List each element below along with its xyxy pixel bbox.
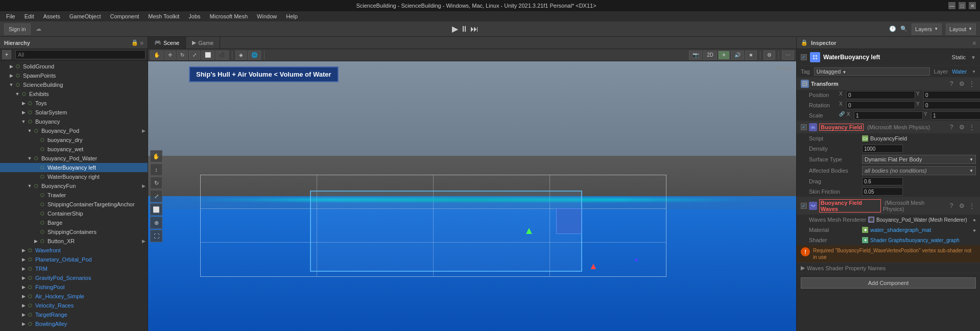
tree-item-waterbuoyancy-right[interactable]: ⬡ WaterBuoyancy right — [0, 172, 148, 181]
close-button[interactable]: ✕ — [969, 2, 976, 9]
menu-assets[interactable]: Assets — [39, 11, 64, 21]
transform-question-btn[interactable]: ? — [947, 80, 955, 88]
tab-game[interactable]: ▶ Game — [186, 37, 220, 49]
tree-item-button-xr[interactable]: ▶ ⬡ Button_XR ▶ — [0, 237, 148, 246]
scene-camera-btn[interactable]: 📷 — [689, 51, 702, 60]
scene-rect-tool[interactable]: ⬜ — [201, 51, 214, 60]
hierarchy-add-button[interactable]: + — [2, 50, 11, 59]
scene-audio-btn[interactable]: 🔊 — [731, 51, 744, 60]
sign-in-button[interactable]: Sign in — [4, 23, 31, 35]
scene-pivot-btn[interactable]: ◈ — [235, 51, 247, 60]
menu-mesh-toolkit[interactable]: Mesh Toolkit — [144, 11, 183, 21]
tree-item-buoyancy[interactable]: ▼ ⬡ Buoyancy — [0, 117, 148, 126]
tree-item-airhockey[interactable]: ▶ ⬡ Air_Hockey_Simple — [0, 292, 148, 301]
tree-item-shippingcontainers[interactable]: ⬡ ShippingContainers — [0, 227, 148, 237]
tree-item-buoyancydry[interactable]: ⬡ buoyancy_dry — [0, 135, 148, 145]
tree-item-wavefront[interactable]: ▶ ⬡ Wavefront — [0, 246, 148, 255]
gizmo-custom[interactable]: ⛶ — [150, 230, 162, 242]
tree-item-containership[interactable]: ⬡ ContainerShip — [0, 209, 148, 218]
gizmo-combine[interactable]: ⊕ — [150, 217, 162, 229]
scene-light-btn[interactable]: ☀ — [718, 51, 730, 60]
layout-dropdown[interactable]: Layout ▼ — [946, 23, 976, 35]
menu-jobs[interactable]: Jobs — [184, 11, 204, 21]
position-y[interactable] — [923, 91, 980, 99]
transform-menu-btn[interactable]: ⋮ — [968, 80, 976, 88]
tree-item-planetary[interactable]: ▶ ⬡ Planetary_Orbital_Pod — [0, 255, 148, 264]
tag-dropdown[interactable]: Untagged ▼ — [814, 67, 930, 76]
gizmo-rotate[interactable]: ↻ — [150, 177, 162, 189]
menu-window[interactable]: Window — [253, 11, 281, 21]
tree-item-buoyancywet[interactable]: ⬡ buoyancy_wet — [0, 145, 148, 154]
rotation-y[interactable] — [923, 101, 980, 109]
buoyancy-question-btn[interactable]: ? — [947, 123, 955, 131]
buoyancy-waves-header[interactable]: ✓ Buoyancy Field Waves (Microsoft Mesh P… — [797, 197, 980, 215]
scene-gizmos-btn[interactable]: ⚙ — [763, 51, 775, 60]
buoyancy-field-header[interactable]: ✓ Buoyancy Field (Microsoft Mesh Physics… — [797, 121, 980, 133]
waves-menu-btn[interactable]: ⋮ — [968, 202, 976, 210]
tree-item-targetrange[interactable]: ▶ ⬡ TargetRange — [0, 310, 148, 319]
menu-microsoft-mesh[interactable]: Microsoft Mesh — [206, 11, 252, 21]
gizmo-scale[interactable]: ⤢ — [150, 190, 162, 202]
tree-item-gravitypod[interactable]: ▶ ⬡ GravityPod_Scenarios — [0, 273, 148, 282]
menu-gameobject[interactable]: GameObject — [65, 11, 105, 21]
scene-move-tool[interactable]: ✛ — [164, 51, 176, 60]
tree-item-velocity[interactable]: ▶ ⬡ Velocity_Races — [0, 301, 148, 310]
waves-active-checkbox[interactable]: ✓ — [801, 203, 807, 209]
tree-item-shippingcontainer-anchor[interactable]: ⬡ ShippingContainerTargetingAnchor — [0, 200, 148, 209]
tree-item-bowling[interactable]: ▶ ⬡ BowlingAlley — [0, 319, 148, 328]
tree-item-spawnpoints[interactable]: ▶ ⬡ SpawnPoints — [0, 71, 148, 80]
scene-2d-btn[interactable]: 2D — [703, 51, 717, 60]
tree-item-buoyancyfun[interactable]: ▼ ⬡ BuoyancyFun ▶ — [0, 181, 148, 191]
scene-viewport[interactable]: Ship's Hull + Air Volume < Volume of Wat… — [148, 61, 796, 331]
tab-scene[interactable]: 🎮 Scene — [148, 37, 186, 49]
step-button[interactable]: ⏭ — [470, 25, 479, 34]
minimize-button[interactable]: — — [948, 2, 955, 9]
buoyancy-settings-btn[interactable]: ⚙ — [958, 123, 966, 131]
affected-bodies-dropdown[interactable]: all bodies (no conditions) ▼ — [862, 166, 976, 175]
gizmo-arrow[interactable]: ↕ — [150, 163, 162, 176]
position-x[interactable] — [846, 91, 915, 99]
waves-question-btn[interactable]: ? — [947, 202, 955, 210]
layers-dropdown[interactable]: Layers ▼ — [912, 23, 942, 35]
waves-renderer-pick-btn[interactable]: ● — [973, 217, 976, 223]
transform-settings-btn[interactable]: ⚙ — [958, 80, 966, 88]
tree-item-trm[interactable]: ▶ ⬡ TRM — [0, 264, 148, 273]
tree-item-buoyancypod[interactable]: ▼ ⬡ Buoyancy_Pod ▶ — [0, 126, 148, 135]
tree-item-blackhole[interactable]: ▶ ⬡ BlackHole_Run — [0, 328, 148, 331]
waves-settings-btn[interactable]: ⚙ — [958, 202, 966, 210]
hierarchy-search-input[interactable] — [15, 50, 146, 59]
tree-item-barge[interactable]: ⬡ Barge — [0, 218, 148, 227]
scene-fx-btn[interactable]: ★ — [745, 51, 757, 60]
material-pick-btn[interactable]: ● — [973, 227, 976, 233]
buoyancy-menu-btn[interactable]: ⋮ — [968, 123, 976, 131]
scene-rotate-tool[interactable]: ↻ — [177, 51, 188, 60]
play-button[interactable]: ▶ — [452, 24, 458, 34]
tree-item-sciencebuilding[interactable]: ▼ ⬡ ScienceBuilding — [0, 80, 148, 89]
maximize-button[interactable]: □ — [959, 2, 966, 9]
density-input[interactable] — [862, 145, 903, 153]
active-checkbox[interactable]: ✓ — [801, 54, 807, 60]
gizmo-rect[interactable]: ⬜ — [150, 203, 162, 216]
tree-item-solidground[interactable]: ▶ ⬡ SolidGround — [0, 62, 148, 71]
drag-input[interactable] — [862, 177, 903, 185]
transform-header[interactable]: Transform ? ⚙ ⋮ — [797, 78, 980, 90]
add-component-button[interactable]: Add Component — [801, 277, 976, 289]
menu-help[interactable]: Help — [282, 11, 302, 21]
waves-shader-props[interactable]: ▶ Waves Shader Property Names — [797, 263, 980, 273]
tree-item-fishingpool[interactable]: ▶ ⬡ FishingPool — [0, 282, 148, 292]
menu-edit[interactable]: Edit — [20, 11, 38, 21]
tree-item-bouyancypodwater[interactable]: ▼ ⬡ Bouyancy_Pod_Water — [0, 154, 148, 163]
surface-type-dropdown[interactable]: Dynamic Flat Per Body ▼ — [862, 155, 976, 164]
rotation-x[interactable] — [846, 101, 915, 109]
tree-item-solarsystem[interactable]: ▶ ⬡ SolarSystem — [0, 108, 148, 117]
menu-file[interactable]: File — [2, 11, 19, 21]
scene-global-btn[interactable]: 🌐 — [248, 51, 261, 60]
skin-friction-input[interactable] — [862, 187, 903, 196]
gizmo-hand[interactable]: ✋ — [150, 150, 162, 162]
scene-more-btn[interactable]: ⋯ — [782, 51, 794, 60]
tree-item-trawler[interactable]: ⬡ Trawler — [0, 191, 148, 200]
scene-transform-tool[interactable]: ⬛ — [216, 51, 229, 60]
scene-scale-tool[interactable]: ⤢ — [189, 51, 200, 60]
tree-item-exhibits[interactable]: ▼ ⬡ Exhibits — [0, 89, 148, 99]
scene-hand-tool[interactable]: ✋ — [150, 51, 163, 60]
